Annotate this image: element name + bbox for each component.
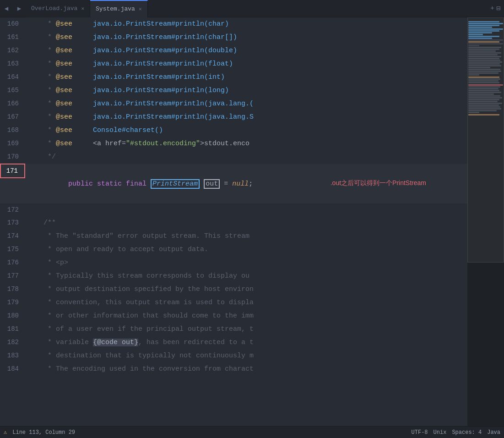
line-content-160: * @see java.io.PrintStream#println(char) bbox=[25, 18, 467, 31]
code-line-164: 164 * @see java.io.PrintStream#println(i… bbox=[0, 71, 467, 84]
line-content-173: /** bbox=[25, 217, 467, 230]
line-number-182: 182 bbox=[0, 336, 25, 349]
line-number-169: 169 bbox=[0, 137, 25, 150]
code-line-165: 165 * @see java.io.PrintStream#println(l… bbox=[0, 84, 467, 97]
tab-system-close[interactable]: ✕ bbox=[139, 6, 142, 12]
code-line-171: 171 public static final PrintStream out … bbox=[0, 164, 467, 203]
line-number-174: 174 bbox=[0, 230, 25, 242]
status-line-ending[interactable]: Unix bbox=[434, 429, 447, 436]
tab-system[interactable]: System.java ✕ bbox=[90, 0, 147, 17]
code-line-161: 161 * @see java.io.PrintStream#println(c… bbox=[0, 31, 467, 44]
line-content-180: * or other information that should come … bbox=[25, 310, 467, 323]
line-content-176: * <p> bbox=[25, 257, 467, 269]
minimap[interactable] bbox=[467, 17, 504, 426]
line-content-164: * @see java.io.PrintStream#println(int) bbox=[25, 71, 467, 84]
code-line-183: 183 * destination that is typically not … bbox=[0, 349, 467, 362]
line-number-178: 178 bbox=[0, 283, 25, 296]
line-content-177: * Typically this stream corresponds to d… bbox=[25, 270, 467, 283]
code-line-184: 184 * The encoding used in the conversio… bbox=[0, 362, 467, 376]
line-content-181: * of a user even if the principal output… bbox=[25, 323, 467, 336]
tab-system-label: System.java bbox=[96, 5, 135, 12]
line-number-160: 160 bbox=[0, 17, 25, 30]
tab-overload-close[interactable]: ✕ bbox=[81, 5, 84, 11]
line-number-165: 165 bbox=[0, 84, 25, 97]
code-line-170: 170 */ bbox=[0, 150, 467, 164]
code-line-173: 173 /** bbox=[0, 216, 467, 230]
line-content-165: * @see java.io.PrintStream#println(long) bbox=[25, 84, 467, 97]
code-line-181: 181 * of a user even if the principal ou… bbox=[0, 323, 467, 336]
line-content-170: */ bbox=[25, 151, 467, 164]
line-content-184: * The encoding used in the conversion fr… bbox=[25, 363, 467, 376]
code-line-172: 172 bbox=[0, 203, 467, 216]
code-line-178: 178 * output destination specified by th… bbox=[0, 283, 467, 296]
line-content-175: * open and ready to accept output data. bbox=[25, 243, 467, 256]
code-line-180: 180 * or other information that should c… bbox=[0, 309, 467, 323]
code-editor[interactable]: 160 * @see java.io.PrintStream#println(c… bbox=[0, 17, 467, 426]
line-number-167: 167 bbox=[0, 110, 25, 123]
line-number-163: 163 bbox=[0, 57, 25, 70]
line-content-167: * @see java.io.PrintStream#println(java.… bbox=[25, 111, 467, 124]
line-number-168: 168 bbox=[0, 124, 25, 137]
code-content: 160 * @see java.io.PrintStream#println(c… bbox=[0, 17, 467, 426]
tab-overload[interactable]: OverLoad.java ✕ bbox=[26, 0, 90, 17]
line-number-173: 173 bbox=[0, 216, 25, 229]
line-number-172: 172 bbox=[0, 203, 25, 216]
line-number-170: 170 bbox=[0, 150, 25, 163]
line-content-161: * @see java.io.PrintStream#println(char[… bbox=[25, 31, 467, 44]
nav-forward-button[interactable]: ▶ bbox=[13, 0, 26, 17]
code-line-179: 179 * convention, this output stream is … bbox=[0, 296, 467, 309]
line-number-180: 180 bbox=[0, 309, 25, 322]
line-content-183: * destination that is typically not cont… bbox=[25, 350, 467, 362]
line-number-177: 177 bbox=[0, 269, 25, 282]
line-content-179: * convention, this output stream is used… bbox=[25, 296, 467, 309]
tab-actions: + ⊟ bbox=[487, 4, 504, 13]
line-number-162: 162 bbox=[0, 44, 25, 57]
line-number-183: 183 bbox=[0, 349, 25, 362]
status-position[interactable]: Line 113, Column 29 bbox=[12, 429, 75, 436]
split-editor-button[interactable]: ⊟ bbox=[496, 4, 500, 13]
line-content-168: * @see Console#charset() bbox=[25, 124, 467, 137]
code-line-163: 163 * @see java.io.PrintStream#println(f… bbox=[0, 57, 467, 71]
code-line-169: 169 * @see <a href="#stdout.encoding">st… bbox=[0, 137, 467, 150]
status-bar: ⚠ Line 113, Column 29 UTF-8 Unix Spaces:… bbox=[0, 426, 504, 438]
line-number-175: 175 bbox=[0, 243, 25, 256]
status-warning-icon: ⚠ bbox=[4, 429, 7, 436]
line-content-182: * variable {@code out}, has been redirec… bbox=[25, 336, 467, 349]
add-tab-button[interactable]: + bbox=[490, 5, 494, 12]
code-line-182: 182 * variable {@code out}, has been red… bbox=[0, 336, 467, 349]
line-content-162: * @see java.io.PrintStream#println(doubl… bbox=[25, 44, 467, 57]
line-content-166: * @see java.io.PrintStream#println(java.… bbox=[25, 98, 467, 110]
line-content-169: * @see <a href="#stdout.encoding">stdout… bbox=[25, 137, 467, 150]
line-content-171: public static final PrintStream out = nu… bbox=[25, 165, 467, 203]
code-line-174: 174 * The "standard" error output stream… bbox=[0, 230, 467, 243]
status-language[interactable]: Java bbox=[487, 429, 500, 436]
editor-container: 160 * @see java.io.PrintStream#println(c… bbox=[0, 17, 504, 426]
line-number-181: 181 bbox=[0, 323, 25, 335]
status-indent[interactable]: Spaces: 4 bbox=[452, 429, 482, 436]
nav-back-button[interactable]: ◀ bbox=[0, 0, 13, 17]
line-number-166: 166 bbox=[0, 97, 25, 110]
line-content-178: * output destination specified by the ho… bbox=[25, 283, 467, 296]
minimap-content bbox=[467, 21, 504, 426]
code-line-162: 162 * @see java.io.PrintStream#println(d… bbox=[0, 44, 467, 57]
line-content-163: * @see java.io.PrintStream#println(float… bbox=[25, 58, 467, 71]
code-line-166: 166 * @see java.io.PrintStream#println(j… bbox=[0, 97, 467, 110]
status-encoding[interactable]: UTF-8 bbox=[412, 429, 428, 436]
line-content-174: * The "standard" error output stream. Th… bbox=[25, 230, 467, 243]
code-line-160: 160 * @see java.io.PrintStream#println(c… bbox=[0, 17, 467, 31]
tab-overload-label: OverLoad.java bbox=[31, 5, 77, 12]
line-number-179: 179 bbox=[0, 296, 25, 309]
code-line-176: 176 * <p> bbox=[0, 256, 467, 269]
tab-bar: ◀ ▶ OverLoad.java ✕ System.java ✕ + ⊟ bbox=[0, 0, 504, 17]
line-number-171: 171 bbox=[0, 164, 25, 178]
line-number-164: 164 bbox=[0, 71, 25, 83]
line-number-176: 176 bbox=[0, 256, 25, 269]
code-line-167: 167 * @see java.io.PrintStream#println(j… bbox=[0, 110, 467, 124]
line-number-161: 161 bbox=[0, 31, 25, 44]
code-line-177: 177 * Typically this stream corresponds … bbox=[0, 269, 467, 283]
code-line-168: 168 * @see Console#charset() bbox=[0, 124, 467, 137]
line-number-184: 184 bbox=[0, 362, 25, 375]
code-line-175: 175 * open and ready to accept output da… bbox=[0, 243, 467, 256]
